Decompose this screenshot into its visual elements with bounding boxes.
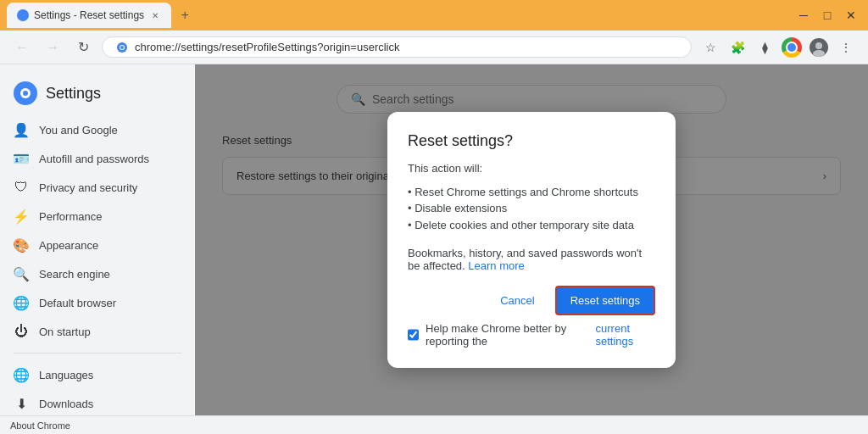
settings-logo-icon [14,81,37,105]
address-input[interactable]: chrome://settings/resetProfileSettings?o… [102,36,692,58]
sidebar-item-downloads[interactable]: ⬇ Downloads [0,389,181,415]
dialog-bullet-list: Reset Chrome settings and Chrome shortcu… [408,184,655,234]
content-area: 🔍 Reset settings Restore settings to the… [195,64,868,415]
tab-close-button[interactable]: ✕ [149,9,161,21]
performance-icon: ⚡ [14,209,29,224]
sidebar-label-performance: Performance [39,210,102,223]
toolbar-icons: ☆ 🧩 ⧫ ⋮ [698,36,858,59]
sidebar-label-appearance: Appearance [39,239,98,252]
languages-icon: 🌐 [14,367,29,382]
sidebar-item-autofill[interactable]: 🪪 Autofill and passwords [0,144,181,173]
title-bar: Settings - Reset settings ✕ + ─ □ ✕ [0,0,868,31]
extension-icon[interactable]: 🧩 [726,36,749,59]
address-bar: ← → ↻ chrome://settings/resetProfileSett… [0,31,868,64]
sidebar-label-privacy: Privacy and security [39,181,137,194]
sidebar-item-appearance[interactable]: 🎨 Appearance [0,231,181,259]
sidebar-item-on-startup[interactable]: ⏻ On startup [0,317,181,346]
about-chrome-status: About Chrome [10,420,70,431]
extensions-button[interactable]: ⧫ [753,36,776,59]
bullet-item-1: Reset Chrome settings and Chrome shortcu… [408,184,655,201]
sidebar-divider [14,353,181,353]
sidebar-label-default-browser: Default browser [39,297,116,309]
svg-point-6 [813,50,825,57]
sidebar-label-you-and-google: You and Google [39,124,118,136]
tab-strip: Settings - Reset settings ✕ + [7,3,787,28]
active-tab[interactable]: Settings - Reset settings ✕ [7,3,171,28]
svg-point-3 [120,46,124,49]
sidebar-label-search-engine: Search engine [39,268,110,281]
modal-overlay[interactable]: Reset settings? This action will: Reset … [195,64,868,415]
on-startup-icon: ⏻ [14,324,29,339]
cancel-button[interactable]: Cancel [487,287,548,314]
profile-icon[interactable] [780,36,804,59]
bullet-item-3: Delete cookies and other temporary site … [408,217,655,234]
sidebar-item-default-browser[interactable]: 🌐 Default browser [0,288,181,317]
dialog-footer: Cancel Reset settings [408,286,655,315]
bullet-item-2: Disable extensions [408,200,655,217]
new-tab-button[interactable]: + [175,5,195,25]
main-content: Settings 👤 You and Google 🪪 Autofill and… [0,64,868,415]
sidebar-label-languages: Languages [39,369,93,381]
settings-title: Settings [46,85,101,103]
bookmark-icon[interactable]: ☆ [698,36,722,59]
sidebar-label-autofill: Autofill and passwords [39,153,149,165]
appearance-icon: 🎨 [14,237,29,253]
downloads-icon: ⬇ [14,396,29,411]
dialog-title: Reset settings? [408,132,655,150]
learn-more-link[interactable]: Learn more [468,259,524,272]
tab-title: Settings - Reset settings [34,9,144,21]
url-text: chrome://settings/resetProfileSettings?o… [135,41,677,53]
privacy-icon: 🛡 [14,180,29,195]
reset-dialog: Reset settings? This action will: Reset … [387,112,676,368]
sidebar-item-performance[interactable]: ⚡ Performance [0,202,181,231]
default-browser-icon: 🌐 [14,295,29,310]
reset-settings-button[interactable]: Reset settings [555,286,655,315]
chrome-logo-icon [116,42,128,53]
dialog-checkbox-row: Help make Chrome better by reporting the… [408,322,655,348]
reload-button[interactable]: ↻ [71,36,95,59]
sidebar-item-search-engine[interactable]: 🔍 Search engine [0,259,181,288]
chrome-icon [782,37,802,58]
help-chrome-checkbox[interactable] [408,328,419,342]
svg-point-9 [23,91,28,96]
forward-button[interactable]: → [41,36,64,59]
person-icon: 👤 [14,122,29,137]
window-controls: ─ □ ✕ [793,5,861,25]
sidebar-label-on-startup: On startup [39,326,91,338]
dialog-note: Bookmarks, history, and saved passwords … [408,247,655,272]
profile-avatar[interactable] [807,36,831,59]
settings-header: Settings [0,75,195,115]
svg-point-5 [815,42,822,49]
close-button[interactable]: ✕ [841,5,861,25]
svg-point-0 [19,11,27,19]
menu-button[interactable]: ⋮ [834,36,858,59]
status-bar: About Chrome [0,415,868,434]
maximize-button[interactable]: □ [817,5,837,25]
minimize-button[interactable]: ─ [793,5,814,25]
sidebar-item-languages[interactable]: 🌐 Languages [0,360,181,389]
sidebar: Settings 👤 You and Google 🪪 Autofill and… [0,64,195,415]
action-label: This action will: [408,162,482,175]
sidebar-label-downloads: Downloads [39,398,93,410]
note-text: Bookmarks, history, and saved passwords … [408,247,642,272]
sidebar-item-you-and-google[interactable]: 👤 You and Google [0,115,181,144]
search-engine-icon: 🔍 [14,266,29,281]
autofill-icon: 🪪 [14,151,29,166]
checkbox-label-text: Help make Chrome better by reporting the [426,322,589,348]
dialog-body: This action will: Reset Chrome settings … [408,160,655,233]
current-settings-link[interactable]: current settings [596,322,655,348]
back-button[interactable]: ← [10,36,34,59]
tab-favicon [17,9,29,21]
sidebar-item-privacy[interactable]: 🛡 Privacy and security [0,173,181,202]
